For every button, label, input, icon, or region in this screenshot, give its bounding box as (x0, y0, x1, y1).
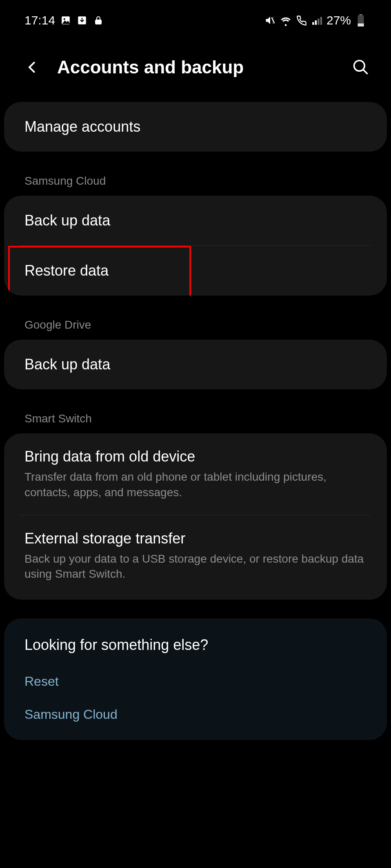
samsung-restore-row[interactable]: Restore data (4, 246, 387, 296)
external-storage-title: External storage transfer (24, 530, 367, 547)
bring-data-row[interactable]: Bring data from old device Transfer data… (4, 433, 387, 515)
status-time: 17:14 (24, 13, 55, 27)
svg-rect-9 (320, 17, 322, 25)
svg-rect-6 (312, 22, 314, 25)
page-title: Accounts and backup (57, 57, 335, 77)
status-bar: 17:14 27% (0, 0, 391, 37)
samsung-cloud-card: Back up data Restore data (4, 196, 387, 296)
section-header-smart-switch: Smart Switch (4, 402, 387, 433)
download-icon (76, 15, 88, 26)
samsung-backup-row[interactable]: Back up data (4, 196, 387, 245)
gallery-icon (60, 15, 71, 26)
samsung-backup-label: Back up data (24, 212, 367, 229)
section-header-google-drive: Google Drive (4, 308, 387, 340)
svg-point-1 (64, 18, 65, 20)
volte-call-icon (295, 15, 307, 26)
svg-rect-8 (318, 19, 319, 25)
signal-icon (311, 15, 322, 26)
svg-rect-12 (358, 24, 364, 27)
suggestion-reset[interactable]: Reset (4, 665, 387, 698)
google-drive-card: Back up data (4, 340, 387, 389)
suggestion-samsung-cloud[interactable]: Samsung Cloud (4, 698, 387, 740)
bring-data-title: Bring data from old device (24, 448, 367, 465)
google-backup-row[interactable]: Back up data (4, 340, 387, 389)
wifi-icon (280, 15, 291, 26)
svg-line-14 (363, 70, 368, 74)
battery-icon (355, 15, 367, 26)
svg-rect-7 (315, 20, 317, 25)
manage-accounts-row[interactable]: Manage accounts (4, 102, 387, 152)
manage-accounts-card: Manage accounts (4, 102, 387, 152)
lock-icon (93, 15, 104, 26)
svg-rect-10 (359, 14, 362, 15)
external-storage-sub: Back up your data to a USB storage devic… (24, 551, 367, 582)
svg-rect-3 (96, 20, 101, 24)
search-button[interactable] (351, 57, 371, 77)
svg-line-4 (271, 18, 274, 23)
smart-switch-card: Bring data from old device Transfer data… (4, 433, 387, 600)
status-left: 17:14 (24, 13, 104, 27)
suggestions-card: Looking for something else? Reset Samsun… (4, 618, 387, 740)
manage-accounts-label: Manage accounts (24, 118, 367, 135)
svg-point-13 (354, 61, 365, 71)
content: Manage accounts Samsung Cloud Back up da… (0, 102, 391, 740)
samsung-restore-label: Restore data (24, 262, 367, 279)
mute-vibrate-icon (264, 15, 276, 26)
battery-percent: 27% (327, 13, 351, 27)
google-backup-label: Back up data (24, 356, 367, 373)
back-button[interactable] (24, 59, 41, 75)
header: Accounts and backup (0, 37, 391, 102)
section-header-samsung-cloud: Samsung Cloud (4, 164, 387, 196)
bring-data-sub: Transfer data from an old phone or table… (24, 469, 367, 500)
suggestions-title: Looking for something else? (4, 618, 387, 665)
external-storage-row[interactable]: External storage transfer Back up your d… (4, 515, 387, 600)
status-right: 27% (264, 13, 367, 27)
